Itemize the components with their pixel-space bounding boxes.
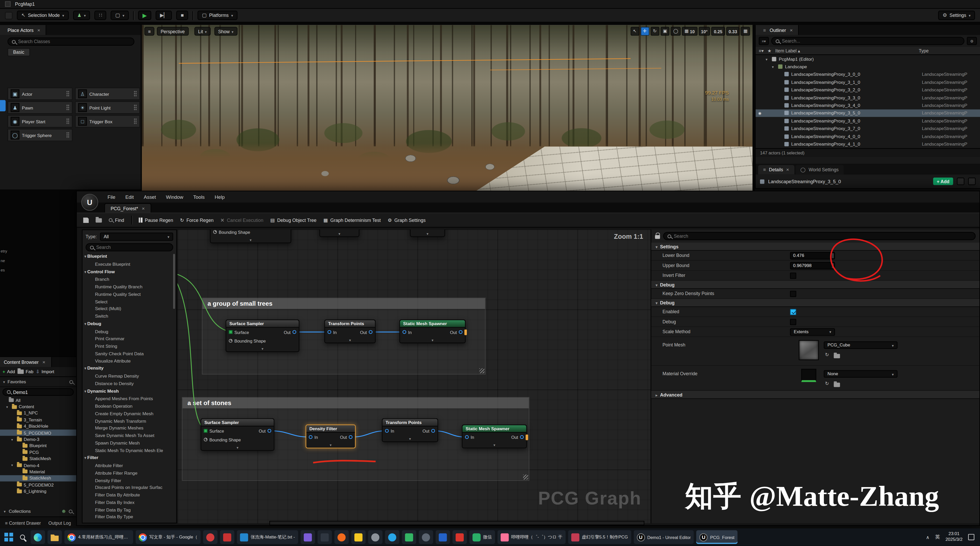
folder-row[interactable]: PCG: [0, 449, 76, 455]
close-icon[interactable]: ×: [37, 27, 40, 33]
place-actor-item[interactable]: ▣ Actor: [8, 88, 73, 100]
rotate-tool[interactable]: ↻: [650, 27, 659, 36]
graph-canvas[interactable]: Zoom 1:1 PCG Graph Bounding Shape ▾ ▾ ▾ …: [177, 229, 651, 523]
palette-node[interactable]: Switch: [84, 313, 172, 320]
point-mesh-thumbnail[interactable]: [799, 340, 819, 360]
node-static-mesh-spawner[interactable]: Static Mesh Spawner InOut ▾: [399, 320, 466, 343]
palette-scrollbar[interactable]: [173, 254, 175, 309]
filter-dropdown[interactable]: ≡▾: [759, 37, 769, 45]
outliner-row[interactable]: ▾ LandscapeStreamingProxy_3_1_0 Landscap…: [756, 78, 980, 86]
enabled-checkbox[interactable]: [790, 309, 796, 315]
link-button[interactable]: ∷: [95, 11, 107, 20]
folder-row[interactable]: StaticMesh: [0, 475, 76, 481]
material-override-dropdown[interactable]: None▾: [824, 370, 897, 377]
out-pin[interactable]: [459, 330, 463, 334]
taskbar-app[interactable]: [368, 530, 382, 544]
palette-node[interactable]: Attribute Filter Range: [84, 470, 172, 477]
place-actor-item[interactable]: □ Trigger Box: [75, 115, 140, 127]
rotation-snap-toggle[interactable]: 10°: [698, 27, 710, 36]
keep-zero-checkbox[interactable]: [790, 290, 796, 297]
outliner-search-input[interactable]: Search...: [771, 37, 964, 45]
drag-grip-icon[interactable]: [134, 104, 137, 111]
node-transform-points[interactable]: Transform Points InOut ▾: [324, 320, 375, 343]
outliner-row[interactable]: ▾ LandscapeStreamingProxy_3_0_0 Landscap…: [756, 71, 980, 78]
palette-node[interactable]: Filter: [84, 454, 172, 462]
out-pin[interactable]: [293, 330, 296, 334]
close-icon[interactable]: ×: [142, 205, 145, 211]
menu-item[interactable]: Edit: [121, 193, 138, 201]
tab-basic[interactable]: Basic: [8, 48, 30, 56]
ime-language-indicator[interactable]: 英: [935, 534, 940, 540]
tab-content-browser[interactable]: Content Browser ×: [0, 357, 52, 367]
place-actor-item[interactable]: ◉ Player Start: [8, 115, 73, 127]
palette-node[interactable]: Density Filter: [84, 477, 172, 484]
taskbar-app[interactable]: [402, 530, 416, 544]
pause-regen-button[interactable]: Pause Regen: [138, 217, 173, 223]
folder-row[interactable]: 1_NPC: [0, 410, 76, 417]
palette-node[interactable]: Append Meshes From Points: [84, 395, 172, 403]
palette-node[interactable]: Select (Multi): [84, 305, 172, 312]
close-icon[interactable]: ×: [43, 359, 45, 365]
force-regen-button[interactable]: ↻Force Regen: [180, 217, 213, 223]
palette-node[interactable]: Select: [84, 298, 172, 305]
collapse-chevron[interactable]: ▾: [320, 230, 359, 236]
folder-row[interactable]: Content: [0, 404, 76, 410]
lit-dropdown[interactable]: Lit▾: [194, 27, 210, 36]
bounding-shape-pin-icon[interactable]: [213, 230, 217, 234]
taskbar-app[interactable]: 哔哩哔哩（゜-゜）つロ 干: [497, 530, 565, 544]
find-button[interactable]: Find: [109, 217, 124, 223]
folder-row[interactable]: 3_Terrain: [0, 417, 76, 423]
upper-bound-input[interactable]: 0.967998: [790, 261, 835, 269]
add-button[interactable]: +Add: [3, 369, 15, 375]
lock-icon[interactable]: [655, 235, 660, 239]
fab-button[interactable]: Fab: [18, 369, 33, 375]
taskbar-app[interactable]: [418, 530, 433, 544]
palette-node[interactable]: Runtime Quality Branch: [84, 283, 172, 290]
outliner-row[interactable]: ▾ PcgMap1 (Editor): [756, 55, 980, 63]
drag-grip-icon[interactable]: [134, 118, 137, 124]
clipped-tab-label[interactable]: ne: [0, 258, 6, 263]
folder-row[interactable]: 4_BlackHole: [0, 423, 76, 430]
palette-node[interactable]: Save Dynamic Mesh To Asset: [84, 432, 172, 439]
collapse-chevron[interactable]: ▾: [201, 444, 274, 450]
expander-icon[interactable]: [11, 437, 15, 441]
drag-grip-icon[interactable]: [66, 104, 69, 111]
debug2-section-header[interactable]: ▾Debug: [651, 299, 980, 307]
folder-row[interactable]: Demo-3: [0, 436, 76, 443]
skip-button[interactable]: ▶▏: [156, 11, 172, 20]
notification-icon[interactable]: [968, 534, 974, 540]
outliner-row[interactable]: ▾ LandscapeStreamingProxy_4_1_0 Landscap…: [756, 140, 980, 148]
taskbar-app[interactable]: 虚幻引擎5.5！制作PCG: [568, 530, 631, 544]
palette-node[interactable]: Debug: [84, 320, 172, 328]
debug-checkbox[interactable]: [790, 319, 796, 325]
out-pin[interactable]: [267, 429, 271, 433]
palette-node[interactable]: Dynamic Mesh Transform: [84, 417, 172, 425]
settings-dropdown[interactable]: ⚙ Settings ▾: [938, 11, 975, 20]
tray-chevron[interactable]: ∧: [926, 534, 929, 540]
palette-node[interactable]: Debug: [84, 328, 172, 335]
bounding-shape-pin-icon[interactable]: [204, 438, 207, 441]
expander-icon[interactable]: ▾: [772, 64, 776, 69]
palette-node[interactable]: Sanity Check Point Data: [84, 350, 172, 357]
folder-row[interactable]: 5_PCGDEMO2: [0, 481, 76, 488]
surface-pin-icon[interactable]: [229, 330, 232, 334]
place-search-input[interactable]: Search Classes: [8, 38, 134, 46]
perspective-dropdown[interactable]: Perspective: [157, 27, 189, 36]
create-actor-button[interactable]: ♟▾: [73, 11, 90, 20]
settings-section-header[interactable]: ▾Settings: [651, 243, 980, 251]
debug-section-header[interactable]: ▾Debug: [651, 281, 980, 289]
taskbar-app[interactable]: Demo1 - Unreal Editor: [633, 530, 694, 544]
node-partial[interactable]: ▾: [410, 229, 445, 237]
surface-pin-icon[interactable]: [204, 429, 207, 433]
close-icon[interactable]: ×: [786, 167, 789, 173]
palette-node[interactable]: Filter Data By Type: [84, 514, 172, 521]
use-selected-icon[interactable]: ↻: [825, 381, 829, 387]
play-button[interactable]: ▶: [138, 11, 151, 20]
palette-node[interactable]: Attribute Filter: [84, 462, 172, 470]
in-pin[interactable]: [465, 435, 469, 439]
spawner-out-pin[interactable]: [464, 330, 467, 335]
level-viewport[interactable]: ≡ Perspective Lit▾ Show▾ ↖ ✛ ↻ ▣ ◯ ▦ 10 …: [142, 25, 752, 194]
taskbar-app[interactable]: 4.常用材质练习点_哔哩哔哩: [64, 530, 133, 544]
folder-row[interactable]: Demo-4: [0, 462, 76, 468]
scale-snap-toggle[interactable]: 0.25: [711, 27, 725, 36]
